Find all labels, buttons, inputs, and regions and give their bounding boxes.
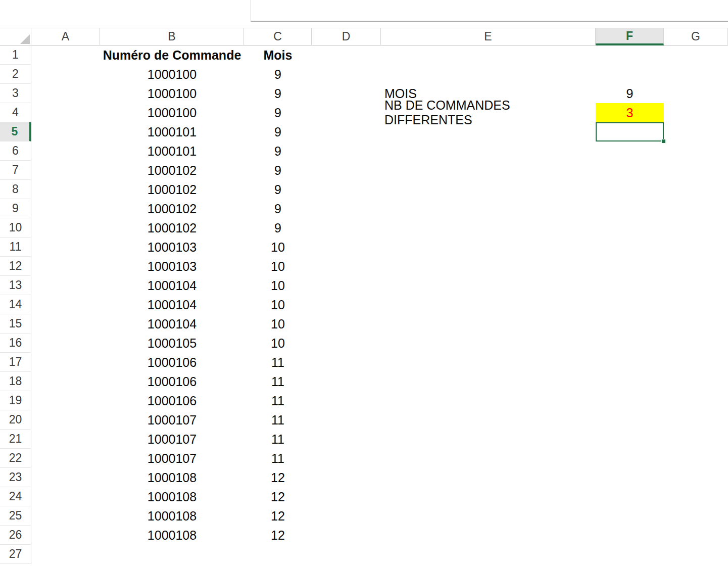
column-header-c[interactable]: C <box>244 28 312 45</box>
cell[interactable] <box>312 84 381 103</box>
month-cell[interactable]: 11 <box>244 353 312 372</box>
summary-value-nb-commandes-highlighted[interactable]: 3 <box>596 103 664 122</box>
cell[interactable] <box>596 199 664 218</box>
order-cell[interactable]: 1000107 <box>100 410 244 430</box>
month-cell[interactable]: 9 <box>244 84 312 103</box>
cell[interactable] <box>596 161 664 180</box>
month-cell[interactable]: 11 <box>244 410 312 430</box>
cell[interactable] <box>31 334 100 353</box>
cell[interactable] <box>381 449 596 468</box>
month-cell[interactable]: 11 <box>244 372 312 391</box>
column-header-b[interactable]: B <box>100 28 244 45</box>
cell[interactable] <box>596 353 664 372</box>
row-header-26[interactable]: 26 <box>0 526 31 545</box>
month-cell[interactable]: 12 <box>244 468 312 487</box>
cell[interactable] <box>31 449 100 468</box>
active-cell-f5[interactable] <box>596 122 664 141</box>
cell[interactable] <box>381 468 596 487</box>
cell[interactable] <box>596 238 664 257</box>
cell[interactable] <box>31 141 100 161</box>
cell[interactable] <box>381 391 596 410</box>
cell[interactable] <box>31 545 100 564</box>
order-cell[interactable]: 1000103 <box>100 257 244 276</box>
cell[interactable] <box>381 430 596 449</box>
cell[interactable] <box>596 449 664 468</box>
cell[interactable] <box>664 545 728 564</box>
cell[interactable] <box>381 372 596 391</box>
cell[interactable] <box>664 430 728 449</box>
cell[interactable] <box>381 506 596 526</box>
cell[interactable] <box>596 314 664 334</box>
month-cell[interactable]: 9 <box>244 122 312 141</box>
cell[interactable] <box>381 238 596 257</box>
order-cell[interactable]: 1000107 <box>100 430 244 449</box>
cell[interactable] <box>31 372 100 391</box>
cell[interactable] <box>381 161 596 180</box>
cell[interactable] <box>312 122 381 141</box>
cell[interactable] <box>381 545 596 564</box>
cell[interactable] <box>664 314 728 334</box>
cell[interactable] <box>381 218 596 238</box>
order-cell[interactable]: 1000106 <box>100 391 244 410</box>
month-cell[interactable]: 10 <box>244 295 312 314</box>
cell[interactable] <box>664 526 728 545</box>
cell[interactable] <box>31 257 100 276</box>
cell[interactable] <box>312 199 381 218</box>
cell[interactable] <box>381 410 596 430</box>
cell[interactable] <box>381 141 596 161</box>
row-header-25[interactable]: 25 <box>0 506 31 526</box>
order-cell[interactable]: 1000104 <box>100 276 244 295</box>
row-header-16[interactable]: 16 <box>0 334 31 353</box>
row-header-9[interactable]: 9 <box>0 199 31 218</box>
cell[interactable] <box>381 180 596 199</box>
row-header-7[interactable]: 7 <box>0 161 31 180</box>
cell[interactable] <box>381 122 596 141</box>
cell[interactable] <box>31 65 100 84</box>
cell[interactable] <box>31 506 100 526</box>
cell[interactable] <box>312 430 381 449</box>
month-cell[interactable]: 12 <box>244 487 312 506</box>
cell[interactable] <box>381 353 596 372</box>
cell[interactable] <box>31 526 100 545</box>
cell[interactable] <box>31 468 100 487</box>
cell[interactable] <box>381 276 596 295</box>
cell[interactable] <box>664 238 728 257</box>
row-header-2[interactable]: 2 <box>0 65 31 84</box>
row-header-11[interactable]: 11 <box>0 238 31 257</box>
cell[interactable] <box>664 410 728 430</box>
month-cell[interactable]: 9 <box>244 161 312 180</box>
cell[interactable] <box>596 276 664 295</box>
cell[interactable] <box>312 295 381 314</box>
cell[interactable] <box>596 391 664 410</box>
row-header-27[interactable]: 27 <box>0 545 31 564</box>
cell[interactable] <box>381 199 596 218</box>
row-header-18[interactable]: 18 <box>0 372 31 391</box>
cell[interactable] <box>596 65 664 84</box>
cell[interactable] <box>596 372 664 391</box>
cell[interactable] <box>31 122 100 141</box>
cell[interactable] <box>664 487 728 506</box>
cell[interactable] <box>596 468 664 487</box>
cell[interactable] <box>596 180 664 199</box>
cell[interactable] <box>312 334 381 353</box>
column-header-g[interactable]: G <box>664 28 728 45</box>
order-cell[interactable]: 1000100 <box>100 103 244 122</box>
cell[interactable] <box>244 545 312 564</box>
cell[interactable] <box>664 295 728 314</box>
cell[interactable] <box>596 410 664 430</box>
summary-label-nb-commandes[interactable]: NB DE COMMANDES DIFFERENTES <box>381 103 596 122</box>
formula-bar[interactable] <box>251 0 728 21</box>
order-cell[interactable]: 1000108 <box>100 468 244 487</box>
order-cell[interactable]: 1000101 <box>100 122 244 141</box>
order-cell[interactable]: 1000102 <box>100 218 244 238</box>
order-cell[interactable]: 1000100 <box>100 65 244 84</box>
cell[interactable] <box>596 526 664 545</box>
column-header-d[interactable]: D <box>312 28 381 45</box>
row-header-1[interactable]: 1 <box>0 45 31 65</box>
row-header-12[interactable]: 12 <box>0 257 31 276</box>
cell[interactable] <box>596 334 664 353</box>
cell[interactable] <box>31 391 100 410</box>
cell[interactable] <box>312 545 381 564</box>
cell[interactable] <box>312 161 381 180</box>
summary-value-mois[interactable]: 9 <box>596 84 664 103</box>
